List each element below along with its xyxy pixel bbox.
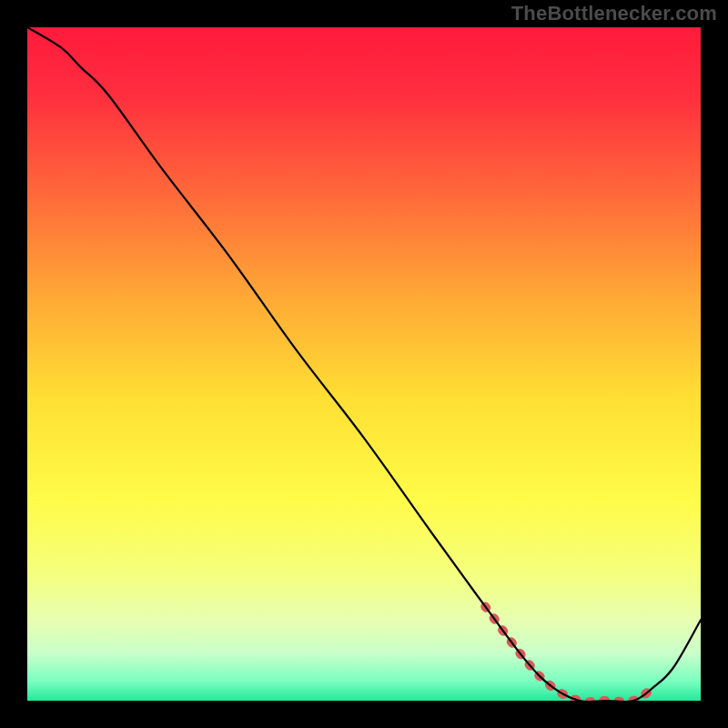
watermark-label: TheBottlenecker.com [511, 2, 717, 25]
plot-area [27, 27, 701, 701]
gradient-background [27, 27, 701, 701]
chart-frame: TheBottlenecker.com [0, 0, 728, 728]
chart-svg [27, 27, 701, 701]
